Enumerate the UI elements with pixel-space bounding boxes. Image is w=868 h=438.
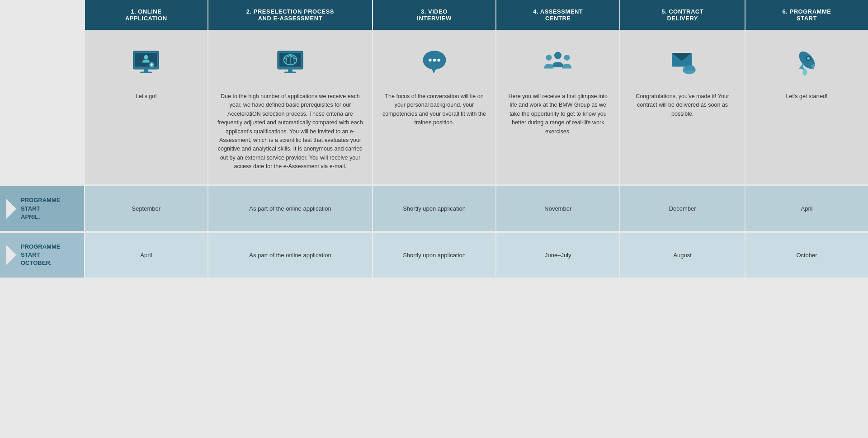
content-col1-text: Let's go! xyxy=(93,92,199,101)
header-col2-label: 2. PRESELECTION PROCESS AND E-ASSESSMENT xyxy=(246,8,334,22)
timeline-row-october: PROGRAMME START OCTOBER. April As part o… xyxy=(0,233,868,278)
programme-start-icon xyxy=(789,46,825,82)
timeline-april-col6: April xyxy=(745,186,868,231)
content-col3: The focus of the conversation will lie o… xyxy=(373,30,496,184)
timeline-october-col4: June–July xyxy=(496,233,620,278)
content-row: Let's go! xyxy=(0,30,868,184)
timeline-april-col4: November xyxy=(496,186,620,231)
timeline-april-col1: September xyxy=(85,186,208,231)
svg-rect-7 xyxy=(140,72,152,73)
svg-point-33 xyxy=(802,68,807,75)
timeline-april-col2: As part of the online application xyxy=(208,186,373,231)
video-interview-icon xyxy=(416,46,453,82)
header-col1: 1. ONLINE APPLICATION xyxy=(85,0,208,30)
content-col6: Let's get started! xyxy=(745,30,868,184)
header-label-empty xyxy=(0,0,85,30)
svg-point-19 xyxy=(554,52,561,59)
header-col6: 6. PROGRAMME START xyxy=(745,0,868,30)
contract-delivery-icon xyxy=(665,46,701,82)
svg-rect-26 xyxy=(688,65,691,71)
header-col5: 5. CONTRACT DELIVERY xyxy=(620,0,745,30)
chevron-icon-october xyxy=(6,245,16,265)
svg-point-30 xyxy=(807,57,810,60)
icon-area-col6 xyxy=(754,43,860,84)
header-col4-label: 4. ASSESSMENT CENTRE xyxy=(533,8,583,22)
content-label-empty xyxy=(0,30,85,184)
svg-marker-15 xyxy=(431,68,436,73)
timeline-october-col2: As part of the online application xyxy=(208,233,373,278)
online-application-icon xyxy=(128,46,164,82)
header-col3: 3. VIDEO INTERVIEW xyxy=(373,0,496,30)
svg-point-16 xyxy=(429,59,431,61)
timeline-october-label: PROGRAMME START OCTOBER. xyxy=(0,233,85,278)
content-col5: Congratulations, you've made it! Your co… xyxy=(620,30,745,184)
timeline-october-col3: Shortly upon application xyxy=(373,233,496,278)
content-col2: Due to the high number of applications w… xyxy=(208,30,373,184)
timeline-row-april: PROGRAMME START APRIL. September As part… xyxy=(0,186,868,231)
header-row: 1. ONLINE APPLICATION 2. PRESELECTION PR… xyxy=(0,0,868,30)
icon-area-col5 xyxy=(628,43,736,84)
svg-point-18 xyxy=(437,59,440,61)
content-col5-text: Congratulations, you've made it! Your co… xyxy=(628,92,736,118)
preselection-icon xyxy=(272,46,308,82)
header-col1-label: 1. ONLINE APPLICATION xyxy=(125,8,167,22)
timeline-april-col5: December xyxy=(620,186,745,231)
header-col4: 4. ASSESSMENT CENTRE xyxy=(496,0,620,30)
header-col5-label: 5. CONTRACT DELIVERY xyxy=(661,8,703,22)
content-col2-text: Due to the high number of applications w… xyxy=(217,92,364,171)
content-col6-text: Let's get started! xyxy=(754,92,860,101)
svg-point-20 xyxy=(546,55,552,61)
timeline-april-col3: Shortly upon application xyxy=(373,186,496,231)
svg-rect-6 xyxy=(144,69,148,72)
icon-area-col1 xyxy=(93,43,199,84)
content-col1: Let's go! xyxy=(85,30,208,184)
programme-label-april: PROGRAMME START APRIL. xyxy=(21,196,60,221)
svg-point-17 xyxy=(433,59,435,61)
icon-area-col3 xyxy=(381,43,487,84)
assessment-centre-icon xyxy=(540,46,576,82)
svg-point-21 xyxy=(564,55,570,61)
timeline-april-label-wrap: PROGRAMME START APRIL. xyxy=(6,196,78,221)
content-col3-text: The focus of the conversation will lie o… xyxy=(381,92,487,127)
svg-rect-27 xyxy=(692,66,694,71)
content-col4: Here you will receive a first glimpse in… xyxy=(496,30,620,184)
svg-rect-12 xyxy=(288,69,292,72)
header-col3-label: 3. VIDEO INTERVIEW xyxy=(417,8,452,22)
svg-point-2 xyxy=(144,55,148,60)
icon-area-col4 xyxy=(505,43,611,84)
svg-rect-25 xyxy=(684,66,687,71)
timeline-october-col6: October xyxy=(745,233,868,278)
timeline-october-col1: April xyxy=(85,233,208,278)
timeline-april-label: PROGRAMME START APRIL. xyxy=(0,186,85,231)
header-col2: 2. PRESELECTION PROCESS AND E-ASSESSMENT xyxy=(208,0,373,30)
timeline-october-col5: August xyxy=(620,233,745,278)
programme-label-october: PROGRAMME START OCTOBER. xyxy=(21,243,60,268)
svg-rect-13 xyxy=(284,72,296,73)
content-col4-text: Here you will receive a first glimpse in… xyxy=(505,92,611,136)
chevron-icon-april xyxy=(6,199,16,219)
icon-area-col2 xyxy=(217,43,364,84)
timeline-october-label-wrap: PROGRAMME START OCTOBER. xyxy=(6,243,78,268)
header-col6-label: 6. PROGRAMME START xyxy=(783,8,831,22)
